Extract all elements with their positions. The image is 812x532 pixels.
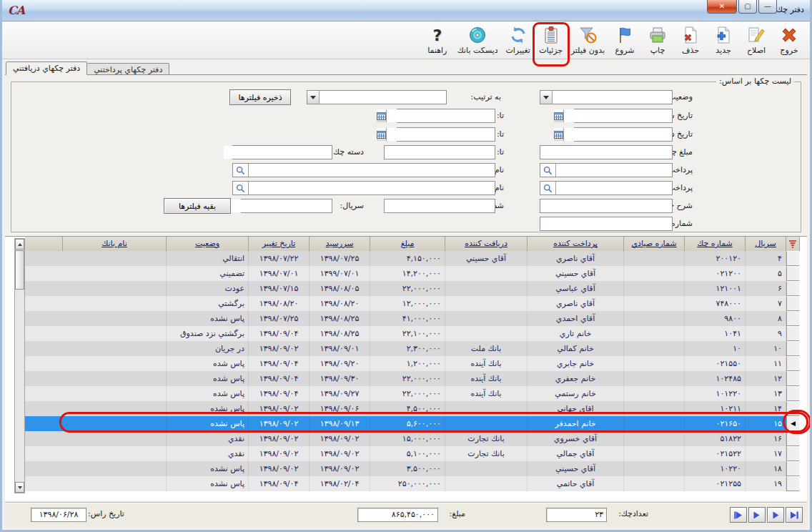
- tab-payable-checks[interactable]: دفتر چكهاي پرداختني: [87, 63, 169, 75]
- amount-from-field[interactable]: [540, 145, 673, 159]
- toolbar-print-button[interactable]: چاپ: [643, 24, 673, 55]
- row-selector[interactable]: [786, 386, 800, 401]
- table-row[interactable]: ۱۲۱۰۲۴۸۵خانم جعفريبانك آينده۲۲,۰۰۰,۰۰۰۱۳…: [25, 371, 800, 386]
- nav-previous-icon[interactable]: [767, 507, 784, 523]
- table-row[interactable]: ۵۰۲۱۲۰۰آقاي حسيني۱۴,۲۰۰,۰۰۰۱۳۹۹/۰۷/۰۱۱۳۹…: [25, 266, 800, 281]
- scroll-up-button[interactable]: [15, 239, 24, 250]
- receive-date-from-input[interactable]: [564, 128, 672, 141]
- table-row[interactable]: ۶۱۲۱۰۰۱آقاي عباسي۲۲,۰۰۰,۰۰۰۱۳۹۸/۰۸/۰۵۱۳۹…: [25, 281, 800, 296]
- check-number-field[interactable]: [384, 199, 495, 213]
- column-header[interactable]: شماره صيادي: [624, 237, 685, 251]
- save-filters-button[interactable]: ذخيره فيلترها: [229, 89, 291, 105]
- row-selector[interactable]: [786, 431, 800, 446]
- search-icon[interactable]: [233, 164, 249, 177]
- chevron-down-icon[interactable]: [307, 91, 320, 104]
- row-selector[interactable]: [786, 266, 800, 281]
- row-selector[interactable]: [786, 341, 800, 356]
- toolbar-new-button[interactable]: جديد: [708, 24, 738, 55]
- paid-to-input[interactable]: [556, 182, 672, 194]
- serial-field[interactable]: [241, 199, 332, 213]
- row-selector[interactable]: [786, 356, 800, 371]
- paid-to-name-input[interactable]: [249, 182, 495, 194]
- nav-next-icon[interactable]: [748, 507, 766, 523]
- row-selector[interactable]: [786, 251, 800, 266]
- toolbar-delete-button[interactable]: حذف: [675, 24, 705, 55]
- sayadi-number-input[interactable]: [540, 217, 672, 230]
- row-selector[interactable]: [786, 326, 800, 341]
- column-header[interactable]: مبلغ: [370, 237, 445, 251]
- vertical-scrollbar[interactable]: [14, 238, 25, 493]
- column-header[interactable]: وضعيت: [167, 237, 249, 251]
- receive-date-to-input[interactable]: [387, 128, 495, 141]
- column-header[interactable]: نام بانك: [63, 237, 167, 251]
- close-button[interactable]: ✕: [707, 0, 737, 14]
- table-row[interactable]: ۱۶۵۱۸۲۲آقاي خسرويبانك تجارت۱۵,۰۰۰,۰۰۰۱۳۹…: [25, 431, 800, 446]
- check-batch-input[interactable]: [224, 146, 332, 159]
- toolbar-help-button[interactable]: ? راهنما: [422, 24, 452, 55]
- row-selector[interactable]: ◀: [786, 416, 800, 431]
- toolbar-no-filter-button[interactable]: بدون فيلتر: [569, 24, 607, 55]
- check-desc-field[interactable]: [540, 199, 673, 213]
- payer-name-field[interactable]: [232, 163, 495, 177]
- paid-to-field[interactable]: [540, 181, 673, 195]
- calendar-icon[interactable]: [377, 128, 387, 141]
- row-selector[interactable]: [786, 461, 800, 476]
- column-header[interactable]: سررسيد: [310, 237, 370, 251]
- paid-to-name-field[interactable]: [232, 181, 495, 195]
- column-header[interactable]: تاريخ تغيير: [249, 237, 310, 251]
- nav-last-icon[interactable]: [730, 507, 747, 523]
- search-icon[interactable]: [540, 164, 556, 177]
- due-date-from-field[interactable]: [574, 109, 673, 123]
- calendar-icon[interactable]: [377, 109, 387, 122]
- check-number-input[interactable]: [385, 200, 495, 212]
- amount-to-field[interactable]: [384, 145, 495, 159]
- table-row[interactable]: ۱۴۱۰۲۱۱اقاي جهاني۴,۵۰۰,۰۰۰۱۳۹۸/۰۹/۰۶۱۳۹۸…: [25, 401, 800, 416]
- amount-to-input[interactable]: [385, 146, 495, 159]
- sayadi-number-field[interactable]: [540, 217, 673, 231]
- toolbar-exit-button[interactable]: خروج: [774, 24, 804, 55]
- due-date-from-input[interactable]: [564, 109, 672, 122]
- row-selector[interactable]: [786, 371, 800, 386]
- order-by-input[interactable]: [320, 91, 446, 104]
- table-row[interactable]: ۱۸۱۰۲۲۰آقاي حسيني۳,۵۰۰,۰۰۰۱۳۹۸/۰۹/۰۲۱۳۹۸…: [25, 461, 800, 476]
- row-selector[interactable]: [786, 446, 800, 461]
- tab-received-checks[interactable]: دفتر چكهاي دريافتني: [6, 61, 87, 75]
- table-row[interactable]: ۱۹۰۲۱۲۵۵آقاي حاتمي۲۵۰,۰۰۰,۰۰۰۱۳۹۸/۰۲/۰۴۱…: [25, 476, 800, 491]
- scroll-down-button[interactable]: [15, 482, 24, 493]
- minimize-button[interactable]: —: [758, 0, 777, 14]
- payer-name-input[interactable]: [249, 164, 495, 177]
- maximize-button[interactable]: ▢: [738, 0, 757, 14]
- table-row[interactable]: ۴۲۰۰۱۲۰آقاي ناصريآقاي حسيني۴,۱۵۰,۰۰۰۱۳۹۸…: [25, 251, 800, 266]
- more-filters-button[interactable]: بقيه فيلترها: [164, 198, 231, 214]
- table-row[interactable]: ۱۳۱۰۱۲۲۰خانم رستميبانك آينده۲۲,۰۰۰,۰۰۰۱۳…: [25, 386, 800, 401]
- due-date-to-field[interactable]: [397, 109, 495, 123]
- row-selector[interactable]: [786, 281, 800, 296]
- row-selector[interactable]: [786, 311, 800, 326]
- chevron-down-icon[interactable]: [540, 91, 553, 104]
- table-row[interactable]: ◀۱۵۰۲۱۶۵۰خانم احمدفر۵,۶۰۰,۰۰۰۱۳۹۸/۰۹/۱۳۱…: [25, 416, 800, 431]
- toolbar-start-button[interactable]: شروع: [610, 24, 640, 55]
- nav-first-icon[interactable]: [786, 507, 803, 523]
- order-by-select[interactable]: [307, 90, 447, 104]
- column-header[interactable]: سريال: [746, 237, 786, 251]
- serial-input[interactable]: [224, 200, 332, 212]
- scrollbar-thumb[interactable]: [15, 250, 24, 290]
- check-desc-input[interactable]: [540, 200, 672, 212]
- column-header[interactable]: شماره چك: [685, 237, 746, 251]
- table-row[interactable]: ۱۱۰۲۱۵۵۰خانم جابريبانك آينده۱,۲۰۰,۰۰۰۱۳۹…: [25, 356, 800, 371]
- toolbar-details-button[interactable]: جزئيات: [536, 24, 566, 55]
- table-row[interactable]: ۱۷۰۲۱۵۲۲آقاي جماليبانك تجارت۵,۱۰۰,۰۰۰۱۳۹…: [25, 446, 800, 461]
- table-row[interactable]: ۹۱۰۴۱خانم تاري۲۲,۱۰۰,۰۰۰۱۳۹۸/۰۸/۲۵۱۳۹۸/۰…: [25, 326, 800, 341]
- table-row[interactable]: ۱۰۱۰خانم كماليبانك ملت۲,۳۰۰,۰۰۰۱۳۹۸/۰۹/۰…: [25, 341, 800, 356]
- row-selector[interactable]: [786, 401, 800, 416]
- table-row[interactable]: ۷۷۴۸۰۰۰آقاي ناصري۱۲,۰۰۰,۰۰۰۱۳۹۸/۰۸/۲۰۱۳۹…: [25, 296, 800, 311]
- calendar-icon[interactable]: [554, 109, 564, 122]
- column-header[interactable]: دريافت كننده: [445, 237, 528, 251]
- payer-input[interactable]: [556, 164, 672, 177]
- receive-date-to-field[interactable]: [397, 127, 495, 142]
- payer-field[interactable]: [540, 163, 673, 177]
- toolbar-bank-disk-button[interactable]: ديسكت بانك: [455, 24, 500, 55]
- receive-date-from-field[interactable]: [574, 127, 673, 142]
- calendar-icon[interactable]: [554, 128, 564, 141]
- column-header[interactable]: پرداخت كننده: [528, 237, 624, 251]
